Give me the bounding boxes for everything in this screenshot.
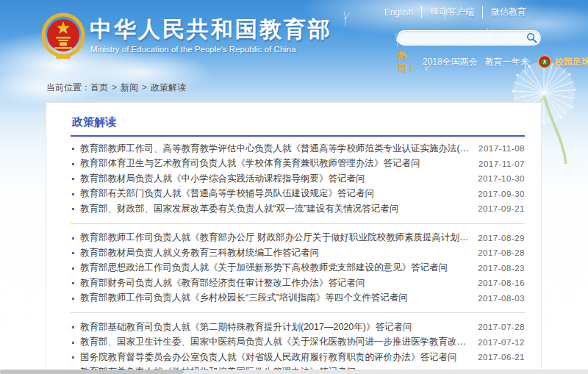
news-list-item: 教育部财务司负责人就《教育部经济责任审计整改工作办法》答记者问2017-08-1…: [71, 276, 525, 291]
news-date: 2017-08-28: [478, 248, 525, 257]
nav-link-mobile-client[interactable]: 移动客户端: [421, 6, 482, 18]
news-list-item: 教育部基础教育司负责人就《第二期特殊教育提升计划(2017—2020年)》答记者…: [71, 320, 525, 335]
breadcrumb-label: 当前位置：: [46, 82, 90, 93]
news-list-item: 教育部体育卫生与艺术教育司负责人就《学校体育美育兼职教师管理办法》答记者问201…: [71, 157, 525, 172]
bullet-icon: [72, 252, 74, 254]
news-link[interactable]: 教育部基础教育司负责人就《第二期特殊教育提升计划(2017—2020年)》答记者…: [80, 321, 469, 334]
bullet-icon: [72, 208, 74, 210]
site-subtitle: Ministry of Education of the People's Re…: [90, 45, 296, 54]
bullet-icon: [72, 356, 74, 359]
news-list-item: 教育部、财政部、国家发展改革委有关负责人就“双一流”建设有关情况答记者问2017…: [71, 201, 525, 217]
nav-link-wechat-education[interactable]: 微信教育: [482, 6, 534, 18]
horizontal-scrollbar-thumb[interactable]: [0, 370, 184, 374]
news-group: 教育部基础教育司负责人就《第二期特殊教育提升计划(2017—2020年)》答记者…: [71, 320, 525, 374]
nav-link-english[interactable]: English: [376, 7, 421, 18]
bullet-icon: [72, 326, 74, 328]
bullet-icon: [72, 237, 74, 240]
news-link[interactable]: 教育部教师工作司负责人就《乡村校园长“三段式”培训指南》等四个文件答记者问: [80, 292, 469, 304]
national-emblem-logo: [41, 12, 85, 61]
news-list: 教育部教师工作司、高等教育教学评估中心负责人就《普通高等学校师范类专业认证实施办…: [71, 141, 525, 374]
news-link[interactable]: 教育部教师工作司、高等教育教学评估中心负责人就《普通高等学校师范类专业认证实施办…: [80, 143, 470, 155]
news-link[interactable]: 教育部、国家卫生计生委、国家中医药局负责人就《关于深化医教协同进一步推进医学教育…: [80, 336, 469, 348]
news-link[interactable]: 教育部有关部门负责人就《普通高等学校辅导员队伍建设规定》答记者问: [80, 187, 469, 200]
search-icon[interactable]: [526, 32, 537, 43]
breadcrumb: 当前位置：首页>新闻>政策解读: [46, 82, 186, 94]
horizontal-scrollbar[interactable]: [0, 370, 588, 374]
news-link[interactable]: 教育部教材局负责人就义务教育三科教材统编工作答记者问: [80, 247, 469, 259]
hotwords-bar: 热词： 2018全国两会 教育一年来 校园足球: [398, 49, 588, 74]
news-link[interactable]: 教育部财务司负责人就《教育部经济责任审计整改工作办法》答记者问: [80, 277, 469, 290]
news-date: 2017-07-12: [478, 338, 525, 347]
news-link[interactable]: 教育部教师工作司负责人就《教育部办公厅 财政部办公厅关于做好职业院校教师素质提高…: [80, 231, 469, 244]
bullet-icon: [72, 178, 74, 180]
breadcrumb-home[interactable]: 首页: [90, 82, 108, 93]
news-list-item: 国务院教育督导委员会办公室负责人就《对省级人民政府履行教育职责的评价办法》答记者…: [71, 350, 525, 365]
news-list-item: 教育部教材局负责人就义务教育三科教材统编工作答记者问2017-08-28: [71, 245, 525, 261]
news-date: 2017-08-23: [478, 264, 525, 273]
news-date: 2017-08-03: [478, 294, 525, 303]
news-link[interactable]: 教育部体育卫生与艺术教育司负责人就《学校体育美育兼职教师管理办法》答记者问: [80, 157, 470, 170]
top-nav: English 移动客户端 微信教育: [376, 6, 534, 18]
news-list-item: 教育部教师工作司负责人就《乡村校园长“三段式”培训指南》等四个文件答记者问201…: [71, 291, 525, 306]
campus-football-link[interactable]: 校园足球: [555, 56, 588, 68]
breadcrumb-policy-interpretation[interactable]: 政策解读: [151, 82, 186, 93]
bullet-icon: [72, 193, 74, 195]
page-title: 政策解读: [71, 103, 525, 137]
news-list-item: 教育部教师工作司、高等教育教学评估中心负责人就《普通高等学校师范类专业认证实施办…: [71, 141, 525, 157]
news-list-item: 教育部、国家卫生计生委、国家中医药局负责人就《关于深化医教协同进一步推进医学教育…: [71, 335, 525, 350]
news-date: 2017-08-29: [478, 234, 525, 242]
search-input[interactable]: [398, 32, 526, 44]
news-date: 2017-11-07: [478, 159, 525, 168]
hotword-link-education-year[interactable]: 教育一年来: [485, 56, 529, 68]
news-date: 2017-11-08: [478, 144, 525, 153]
news-date: 2017-10-30: [478, 174, 525, 183]
news-list-item: 教育部教师工作司负责人就《教育部办公厅 财政部办公厅关于做好职业院校教师素质提高…: [71, 231, 525, 246]
bullet-icon: [72, 148, 74, 150]
news-link[interactable]: 教育部思想政治工作司负责人就《关于加强新形势下高校教师党支部建设的意见》答记者问: [80, 262, 469, 274]
bullet-icon: [72, 163, 74, 165]
news-group: 教育部教师工作司负责人就《教育部办公厅 财政部办公厅关于做好职业院校教师素质提高…: [71, 231, 525, 306]
breadcrumb-news[interactable]: 新闻: [121, 82, 138, 93]
bullet-icon: [72, 342, 74, 344]
hotword-link-npc2018[interactable]: 2018全国两会: [423, 56, 478, 68]
news-list-item: 教育部教材局负责人就《中小学综合实践活动课程指导纲要》答记者问2017-10-3…: [71, 171, 525, 187]
breadcrumb-separator: >: [112, 82, 117, 93]
group-divider: [71, 223, 525, 224]
news-link[interactable]: 教育部教材局负责人就《中小学综合实践活动课程指导纲要》答记者问: [80, 173, 469, 185]
bullet-icon: [72, 282, 74, 284]
content-panel: 政策解读 教育部教师工作司、高等教育教学评估中心负责人就《普通高等学校师范类专业…: [46, 102, 542, 374]
news-date: 2017-09-21: [478, 204, 525, 213]
news-date: 2017-07-28: [478, 323, 525, 331]
news-list-item: 教育部有关部门负责人就《普通高等学校辅导员队伍建设规定》答记者问2017-09-…: [71, 187, 525, 202]
breadcrumb-separator: >: [142, 82, 147, 93]
news-link[interactable]: 国务院教育督导委员会办公室负责人就《对省级人民政府履行教育职责的评价办法》答记者…: [80, 351, 469, 364]
group-divider: [71, 312, 525, 313]
site-title: 中华人民共和国教育部: [90, 15, 332, 45]
bullet-icon: [72, 298, 74, 300]
hotwords-label: 热词：: [398, 49, 415, 74]
search-box: [397, 30, 541, 46]
news-list-item: 教育部思想政治工作司负责人就《关于加强新形势下高校教师党支部建设的意见》答记者问…: [71, 261, 525, 276]
news-date: 2017-06-21: [478, 353, 525, 362]
news-link[interactable]: 教育部、财政部、国家发展改革委有关负责人就“双一流”建设有关情况答记者问: [80, 203, 469, 215]
news-group: 教育部教师工作司、高等教育教学评估中心负责人就《普通高等学校师范类专业认证实施办…: [71, 141, 525, 217]
news-date: 2017-09-30: [478, 190, 525, 198]
bullet-icon: [72, 267, 74, 270]
news-date: 2017-08-16: [478, 278, 525, 287]
campus-football-badge-icon[interactable]: [538, 55, 551, 68]
